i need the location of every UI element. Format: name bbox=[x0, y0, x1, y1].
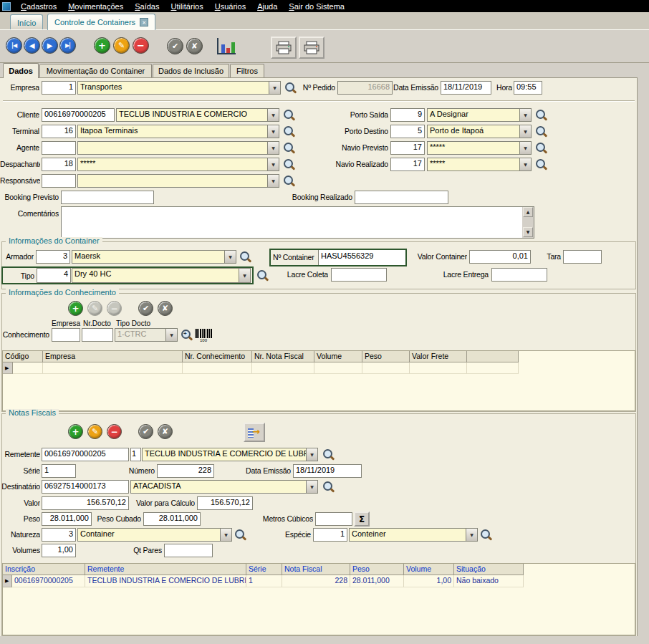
edit-record-button[interactable]: ✎ bbox=[113, 37, 130, 54]
navio-previsto-search-icon[interactable] bbox=[535, 142, 547, 154]
nota-data-emissao-field[interactable]: 18/11/2019 bbox=[293, 464, 362, 478]
nota-edit-button[interactable]: ✎ bbox=[87, 424, 102, 439]
comentarios-textarea[interactable] bbox=[61, 206, 534, 239]
remetente-seq-field[interactable]: 1 bbox=[130, 448, 141, 461]
menu-sair[interactable]: Sair do Sistema bbox=[283, 2, 350, 11]
empresa-search-icon[interactable] bbox=[284, 82, 297, 94]
tab-movimentacao-container[interactable]: Movimentação do Container bbox=[39, 64, 152, 77]
data-emissao-field[interactable]: 18/11/2019 bbox=[441, 81, 491, 95]
armador-search-icon[interactable] bbox=[239, 251, 251, 263]
print-button[interactable] bbox=[271, 37, 297, 59]
numero-field[interactable]: 228 bbox=[157, 464, 214, 478]
add-record-button[interactable]: + bbox=[94, 37, 110, 54]
cell-situacao[interactable]: Não baixado bbox=[454, 575, 524, 587]
cell-serie[interactable]: 1 bbox=[246, 575, 282, 587]
chevron-down-icon[interactable] bbox=[224, 251, 236, 263]
peso-cubado-field[interactable]: 28.011,000 bbox=[143, 512, 201, 526]
conhecimento-confirm-button[interactable]: ✔ bbox=[138, 301, 153, 316]
chevron-down-icon[interactable] bbox=[466, 529, 477, 541]
peso-field[interactable]: 28.011,000 bbox=[42, 512, 92, 526]
hora-field[interactable]: 09:55 bbox=[514, 81, 542, 95]
chevron-down-icon[interactable] bbox=[267, 175, 279, 187]
menu-usuarios[interactable]: Usuários bbox=[209, 2, 251, 11]
natureza-combobox[interactable]: Container bbox=[77, 528, 232, 542]
booking-previsto-field[interactable] bbox=[61, 191, 154, 204]
valor-calculo-field[interactable]: 156.570,12 bbox=[197, 496, 253, 510]
tipo-search-icon[interactable] bbox=[256, 269, 269, 282]
despachante-combobox[interactable]: ***** bbox=[77, 158, 279, 171]
close-tab-icon[interactable]: ✕ bbox=[140, 18, 148, 27]
porto-saida-search-icon[interactable] bbox=[535, 109, 547, 121]
agente-combobox[interactable] bbox=[77, 141, 279, 155]
tipo-combobox[interactable]: Dry 40 HC bbox=[72, 268, 251, 283]
tab-controle-containers[interactable]: Controle de Containers ✕ bbox=[47, 14, 155, 30]
delete-record-button[interactable]: − bbox=[133, 37, 149, 54]
scroll-down-icon[interactable] bbox=[523, 227, 533, 237]
cliente-code-field[interactable]: 00616970000205 bbox=[42, 108, 115, 122]
remetente-combobox[interactable]: TECLUB INDUSTRIA E COMERCIO DE LUBRIF bbox=[142, 448, 318, 461]
chevron-down-icon[interactable] bbox=[269, 82, 280, 94]
natureza-search-icon[interactable] bbox=[234, 529, 246, 541]
terminal-code-field[interactable]: 16 bbox=[42, 125, 76, 138]
conhecimento-zoom-icon[interactable]: + bbox=[181, 329, 193, 341]
remetente-code-field[interactable]: 00616970000205 bbox=[42, 448, 129, 461]
cell-remetente[interactable]: TECLUB INDUSTRIA E COMERCIO DE LUBRIF bbox=[85, 575, 246, 587]
natureza-code-field[interactable]: 3 bbox=[42, 528, 76, 542]
conhecimento-add-button[interactable]: + bbox=[68, 301, 83, 316]
especie-search-icon[interactable] bbox=[480, 529, 492, 541]
terminal-combobox[interactable]: Itapoa Terminais bbox=[77, 125, 279, 138]
tipo-code-field[interactable]: 4 bbox=[37, 268, 71, 283]
armador-code-field[interactable]: 3 bbox=[36, 250, 70, 264]
navio-realizado-code-field[interactable]: 17 bbox=[390, 158, 425, 171]
cell-peso[interactable]: 28.011,000 bbox=[350, 575, 404, 587]
numero-container-field[interactable]: HASU4556329 bbox=[318, 250, 405, 265]
serie-field[interactable]: 1 bbox=[42, 464, 76, 478]
cell-inscricao[interactable]: 00616970000205 bbox=[12, 575, 85, 587]
nav-first-button[interactable]: |◀ bbox=[6, 37, 22, 54]
navio-previsto-code-field[interactable]: 17 bbox=[390, 141, 425, 155]
destinatario-search-icon[interactable] bbox=[322, 481, 335, 493]
chevron-down-icon[interactable] bbox=[306, 448, 317, 461]
agente-search-icon[interactable] bbox=[283, 142, 295, 154]
menu-movimentacoes[interactable]: Movimentações bbox=[62, 2, 129, 11]
chevron-down-icon[interactable] bbox=[267, 158, 279, 170]
cancel-button[interactable]: ✘ bbox=[186, 38, 203, 54]
nota-cancel-button[interactable]: ✘ bbox=[158, 424, 173, 439]
cliente-combobox[interactable]: TECLUB INDUSTRIA E COMERCIO bbox=[116, 108, 279, 122]
qt-pares-field[interactable] bbox=[164, 544, 213, 557]
agente-code-field[interactable] bbox=[42, 141, 76, 155]
responsavel-search-icon[interactable] bbox=[283, 175, 295, 187]
destinatario-combobox[interactable]: ATACADISTA bbox=[130, 480, 318, 494]
tab-filtros[interactable]: Filtros bbox=[230, 64, 264, 77]
chevron-down-icon[interactable] bbox=[267, 109, 279, 121]
responsavel-combobox[interactable] bbox=[77, 174, 279, 188]
especie-combobox[interactable]: Conteiner bbox=[349, 528, 478, 542]
lacre-entrega-field[interactable] bbox=[491, 268, 547, 282]
volumes-field[interactable]: 1,00 bbox=[42, 544, 76, 557]
chevron-down-icon[interactable] bbox=[220, 529, 231, 541]
chevron-down-icon[interactable] bbox=[239, 269, 250, 282]
tara-field[interactable] bbox=[563, 250, 602, 264]
sigma-button[interactable]: Σ bbox=[354, 511, 370, 527]
tab-dados[interactable]: Dados bbox=[3, 63, 39, 78]
bar-chart-icon[interactable] bbox=[217, 38, 236, 54]
chevron-down-icon[interactable] bbox=[306, 481, 317, 493]
valor-field[interactable]: 156.570,12 bbox=[42, 496, 129, 510]
porto-saida-combobox[interactable]: A Designar bbox=[427, 108, 532, 122]
menu-ajuda[interactable]: Ajuda bbox=[251, 2, 283, 11]
despachante-search-icon[interactable] bbox=[283, 158, 295, 170]
porto-saida-code-field[interactable]: 9 bbox=[390, 108, 425, 122]
porto-destino-combobox[interactable]: Porto de Itapoá bbox=[427, 125, 532, 138]
remetente-search-icon[interactable] bbox=[322, 448, 335, 461]
chevron-down-icon[interactable] bbox=[267, 125, 279, 138]
print-setup-button[interactable] bbox=[299, 37, 324, 59]
empresa-combobox[interactable]: Transportes bbox=[77, 81, 281, 95]
scroll-up-icon[interactable] bbox=[523, 207, 533, 217]
lacre-coleta-field[interactable] bbox=[331, 268, 387, 282]
destinatario-code-field[interactable]: 06927514000173 bbox=[42, 480, 129, 494]
chevron-down-icon[interactable] bbox=[519, 109, 531, 121]
booking-realizado-field[interactable] bbox=[355, 191, 448, 204]
armador-combobox[interactable]: Maersk bbox=[72, 250, 236, 264]
tab-inicio[interactable]: Início bbox=[10, 14, 43, 30]
nota-add-button[interactable]: + bbox=[68, 424, 83, 439]
